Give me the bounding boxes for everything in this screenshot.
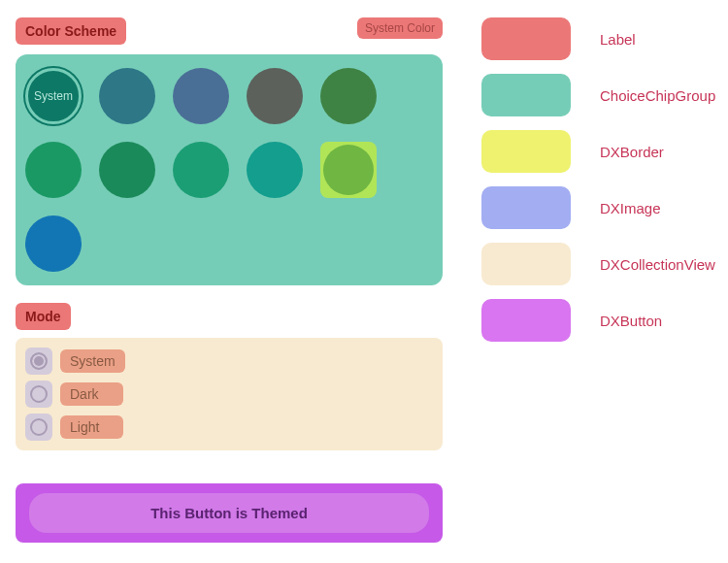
mode-option-dark[interactable]: Dark	[60, 382, 123, 406]
legend-item: DXImage	[481, 186, 715, 229]
legend-label: DXImage	[600, 200, 661, 216]
mode-radio-light[interactable]	[25, 414, 52, 441]
chip-system[interactable]: System	[25, 68, 82, 124]
chip-color-0[interactable]	[99, 68, 155, 124]
legend-item: ChoiceChipGroup	[481, 74, 715, 116]
chip-color-1[interactable]	[173, 68, 229, 124]
mode-row: Dark	[25, 381, 433, 408]
themed-button-border: This Button is Themed	[16, 483, 443, 543]
chip-color-3[interactable]	[320, 68, 377, 124]
legend-item: Label	[481, 17, 715, 60]
chip-color-8[interactable]	[320, 142, 377, 198]
mode-collection-view: SystemDarkLight	[16, 338, 443, 450]
legend-swatch	[481, 243, 571, 285]
legend-swatch	[481, 17, 571, 60]
legend-swatch	[481, 186, 571, 229]
chip-color-5[interactable]	[99, 142, 155, 198]
legend-label: DXBorder	[600, 144, 664, 160]
color-scheme-label: Color Scheme	[16, 17, 126, 45]
chip-color-6[interactable]	[173, 142, 229, 198]
legend-swatch	[481, 299, 571, 342]
legend-label: ChoiceChipGroup	[600, 87, 715, 104]
chip-color-2[interactable]	[247, 68, 303, 124]
mode-option-system[interactable]: System	[60, 349, 125, 373]
legend-label: Label	[600, 31, 636, 48]
choice-chip-group: System	[16, 54, 443, 285]
legend: LabelChoiceChipGroupDXBorderDXImageDXCol…	[481, 17, 715, 342]
legend-swatch	[481, 130, 571, 173]
mode-label: Mode	[16, 303, 71, 330]
mode-radio-system[interactable]	[25, 348, 52, 375]
legend-swatch	[481, 74, 571, 116]
system-color-label: System Color	[357, 17, 443, 39]
mode-option-light[interactable]: Light	[60, 415, 123, 439]
chip-color-4[interactable]	[25, 142, 82, 198]
legend-label: DXButton	[600, 313, 662, 329]
themed-button[interactable]: This Button is Themed	[29, 493, 429, 533]
legend-item: DXButton	[481, 299, 715, 342]
mode-row: Light	[25, 414, 433, 441]
mode-radio-dark[interactable]	[25, 381, 52, 408]
chip-color-7[interactable]	[247, 142, 303, 198]
legend-label: DXCollectionView	[600, 256, 715, 273]
legend-item: DXCollectionView	[481, 243, 715, 285]
mode-row: System	[25, 348, 433, 375]
legend-item: DXBorder	[481, 130, 715, 173]
chip-color-9[interactable]	[25, 215, 82, 272]
